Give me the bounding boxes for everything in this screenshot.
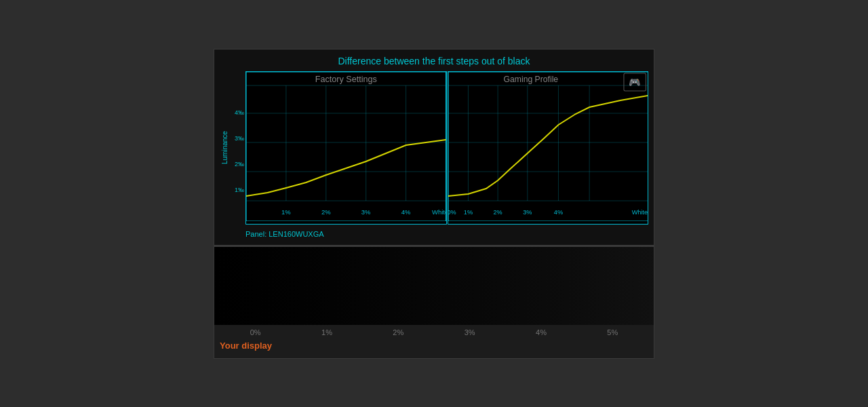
svg-text:2%: 2% bbox=[493, 209, 502, 216]
factory-settings-chart: Factory Settings 1% 2% 3% 4% White bbox=[246, 72, 446, 221]
display-x-2: 2% bbox=[393, 328, 403, 336]
display-canvas bbox=[214, 247, 654, 325]
panel-info: Panel: LEN160WUXGA bbox=[245, 230, 324, 238]
svg-text:3%: 3% bbox=[361, 209, 371, 216]
y-tick-3: 3‰ bbox=[231, 135, 244, 142]
svg-text:4%: 4% bbox=[401, 209, 411, 216]
y-tick-2: 2‰ bbox=[231, 161, 244, 168]
y-axis-label: Luminance bbox=[221, 131, 229, 164]
display-x-3: 3% bbox=[465, 328, 475, 336]
display-x-0: 0% bbox=[250, 328, 261, 336]
y-tick-4: 4‰ bbox=[231, 109, 244, 116]
display-x-labels: 0% 1% 2% 3% 4% 5% bbox=[214, 325, 654, 338]
svg-rect-26 bbox=[448, 72, 648, 221]
svg-text:3%: 3% bbox=[523, 209, 532, 216]
your-display-label: Your display bbox=[220, 341, 272, 351]
svg-rect-36 bbox=[214, 247, 654, 325]
svg-text:White: White bbox=[432, 209, 446, 216]
svg-text:1%: 1% bbox=[281, 209, 291, 216]
svg-rect-9 bbox=[246, 72, 446, 221]
chart-container: Difference between the first steps out o… bbox=[214, 49, 654, 246]
svg-text:White: White bbox=[631, 209, 647, 216]
display-x-5: 5% bbox=[607, 328, 618, 336]
main-wrapper: Difference between the first steps out o… bbox=[0, 0, 868, 407]
display-container: 0% 1% 2% 3% 4% 5% Your display bbox=[214, 246, 654, 359]
y-tick-1: 1‰ bbox=[231, 187, 244, 193]
svg-text:4%: 4% bbox=[553, 209, 562, 216]
svg-text:🎮: 🎮 bbox=[629, 76, 641, 88]
display-x-4: 4% bbox=[536, 328, 547, 336]
svg-text:1%: 1% bbox=[463, 209, 472, 216]
svg-text:Gaming Profile: Gaming Profile bbox=[503, 75, 558, 84]
gaming-profile-chart: Gaming Profile 🎮 0% 1% 2% 3% 4% White bbox=[448, 72, 648, 221]
chart-title: Difference between the first steps out o… bbox=[338, 56, 530, 66]
svg-text:0%: 0% bbox=[448, 209, 456, 216]
display-x-1: 1% bbox=[321, 328, 332, 336]
svg-text:2%: 2% bbox=[321, 209, 331, 216]
svg-text:Factory Settings: Factory Settings bbox=[315, 75, 377, 84]
